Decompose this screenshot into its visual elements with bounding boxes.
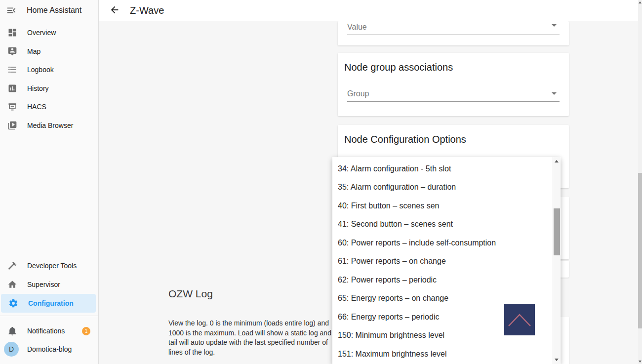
sidebar-item-label: Configuration — [28, 299, 74, 307]
sidebar-item-label: Logbook — [27, 66, 54, 74]
dropdown-option[interactable]: 61: Power reports – on change — [332, 252, 561, 271]
sidebar-item-label: Notifications — [27, 327, 65, 335]
back-arrow-icon[interactable] — [109, 4, 121, 16]
sidebar-item-logbook[interactable]: Logbook — [0, 60, 98, 79]
gear-icon — [8, 298, 19, 309]
dropdown-option[interactable]: 41: Second button – scenes sent — [332, 215, 561, 234]
sidebar-item-media-browser[interactable]: Media Browser — [0, 116, 98, 135]
ozw-log-description: View the log. 0 is the minimum (loads en… — [168, 319, 334, 357]
select-label: Value — [347, 23, 367, 31]
sidebar-item-history[interactable]: History — [0, 79, 98, 98]
sidebar-item-configuration[interactable]: Configuration — [1, 294, 96, 313]
sidebar-item-label: Media Browser — [27, 121, 73, 129]
profile-name: Domotica-blog — [27, 345, 72, 353]
sidebar-item-developer-tools[interactable]: Developer Tools — [0, 256, 98, 275]
sidebar-item-profile[interactable]: D Domotica-blog — [0, 340, 98, 359]
value-select[interactable]: Value — [347, 21, 560, 35]
app-window: Home Assistant Overview Map Logbook Hist… — [0, 0, 642, 364]
chart-box-icon — [7, 83, 18, 94]
dropdown-option[interactable]: 35: Alarm configuration – duration — [332, 178, 561, 197]
value-card: Value — [338, 21, 569, 45]
chevron-up-icon — [509, 315, 530, 326]
dropdown-option[interactable]: 34: Alarm configuration - 5th slot — [332, 160, 561, 178]
dropdown-option[interactable]: 62: Power reports – periodic — [332, 271, 561, 289]
select-underline — [347, 101, 560, 102]
sidebar-item-overview[interactable]: Overview — [0, 23, 98, 42]
node-group-associations-card: Node group associations Group — [338, 53, 569, 116]
select-underline — [347, 35, 560, 35]
app-title: Home Assistant — [27, 6, 81, 15]
sidebar-item-label: Map — [27, 47, 40, 55]
sidebar-header: Home Assistant — [0, 0, 98, 21]
group-select[interactable]: Group — [347, 89, 560, 102]
sidebar-item-hacs[interactable]: HACS — [0, 97, 98, 116]
tooltip-account-icon — [7, 46, 18, 57]
scroll-up-icon[interactable] — [555, 160, 559, 162]
main-content: Value Node group associations Group Node… — [99, 21, 642, 364]
scroll-down-icon[interactable] — [639, 361, 642, 363]
sidebar-item-map[interactable]: Map — [0, 42, 98, 61]
sidebar-item-label: Supervisor — [27, 281, 60, 288]
sidebar-item-label: Developer Tools — [27, 262, 77, 270]
menu-open-icon[interactable] — [6, 5, 17, 16]
sidebar-item-notifications[interactable]: Notifications 1 — [0, 322, 98, 340]
scroll-down-icon[interactable] — [555, 359, 559, 361]
page-scrollbar-thumb[interactable] — [638, 173, 642, 328]
scroll-up-icon[interactable] — [639, 1, 642, 3]
bell-icon — [7, 325, 18, 336]
card-title: Node Configuration Options — [338, 125, 569, 145]
sidebar-item-label: Overview — [27, 29, 56, 37]
dropdown-scrollbar-thumb[interactable] — [554, 208, 560, 255]
notification-badge: 1 — [82, 327, 90, 335]
sidebar: Home Assistant Overview Map Logbook Hist… — [0, 0, 99, 364]
home-icon — [7, 279, 18, 290]
ozw-log-title: OZW Log — [168, 288, 213, 300]
page-scrollbar[interactable] — [638, 0, 642, 364]
play-box-multiple-icon — [7, 120, 18, 131]
dropdown-option[interactable]: 40: First button – scenes sen — [332, 197, 561, 215]
avatar: D — [4, 342, 19, 357]
sidebar-item-supervisor[interactable]: Supervisor — [0, 275, 98, 294]
select-label: Group — [347, 89, 369, 98]
chevron-down-icon — [552, 24, 557, 27]
scroll-to-top-overlay[interactable] — [504, 304, 535, 335]
topbar: Z-Wave — [99, 0, 642, 21]
hammer-icon — [7, 260, 18, 271]
format-list-icon — [7, 64, 18, 75]
hacs-store-icon — [7, 101, 18, 112]
dropdown-option[interactable]: 151: Maximum brightness level — [332, 345, 561, 364]
card-title: Node group associations — [338, 53, 569, 73]
dropdown-scrollbar[interactable] — [553, 157, 560, 364]
chevron-down-icon — [552, 92, 557, 95]
sidebar-item-label: History — [27, 84, 49, 92]
sidebar-item-label: HACS — [27, 103, 46, 111]
sidebar-divider — [0, 316, 98, 316]
view-dashboard-icon — [7, 27, 18, 38]
dropdown-option[interactable]: 60: Power reports – include self-consump… — [332, 234, 561, 252]
page-title: Z-Wave — [130, 5, 164, 16]
